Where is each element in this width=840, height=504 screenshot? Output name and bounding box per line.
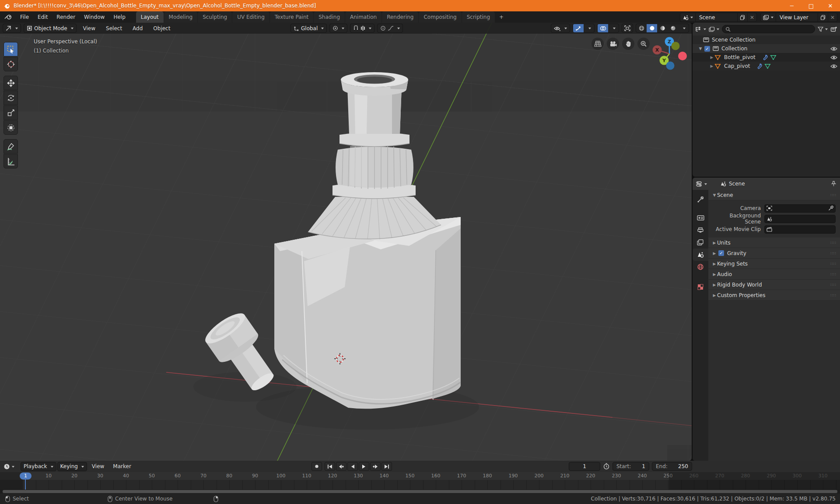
view-layer-copy-button[interactable] [818, 13, 828, 21]
overlays-dropdown[interactable] [608, 24, 619, 32]
tab-sculpting[interactable]: Sculpting [198, 11, 232, 23]
tab-uv-editing[interactable]: UV Editing [232, 11, 270, 23]
timeline-editor-type-button[interactable] [4, 463, 14, 470]
outliner-row-collection[interactable]: ▼ ✓ Collection [693, 44, 840, 53]
menu-file[interactable]: File [16, 11, 33, 23]
outliner-row-cap-pivot[interactable]: ▶ Cap_pivot [693, 62, 840, 70]
panel-rigid-body-world[interactable]: ▶ Rigid Body World ∷∷ [708, 280, 840, 290]
tool-measure[interactable] [4, 154, 18, 168]
expand-icon[interactable]: ▶ [709, 64, 714, 68]
hide-eye-icon[interactable] [830, 46, 837, 51]
panel-drag-hand[interactable]: ∷∷ [831, 193, 836, 197]
timeline-scrollbar[interactable] [3, 490, 837, 493]
proportional-editing-icon[interactable] [380, 25, 386, 31]
maximize-button[interactable]: □ [802, 0, 821, 11]
gizmo-neg-x-axis[interactable] [678, 52, 687, 60]
toggle-perspective-button[interactable] [592, 38, 604, 50]
viewport-3d[interactable]: Object Mode View Select Add Object Globa… [0, 23, 692, 461]
view-layer-remove-button[interactable]: ✕ [828, 13, 837, 21]
scene-unlink-button[interactable]: ✕ [748, 13, 756, 21]
record-button[interactable] [312, 462, 322, 471]
tool-move[interactable] [4, 76, 18, 90]
panel-drag-handle[interactable]: ∷∷ [831, 241, 836, 245]
outliner-display-mode-dropdown[interactable] [695, 26, 706, 32]
outliner-filter-dropdown[interactable] [818, 27, 828, 32]
playback-menu[interactable]: Playback [21, 462, 56, 471]
tab-output[interactable] [693, 224, 708, 236]
viewport-menu-select[interactable]: Select [102, 25, 126, 32]
camera-field[interactable] [764, 204, 836, 213]
new-collection-button[interactable] [830, 26, 837, 32]
tab-compositing[interactable]: Compositing [419, 11, 461, 23]
shading-material-button[interactable] [657, 24, 668, 32]
tool-transform[interactable] [4, 120, 18, 135]
hide-eye-icon[interactable] [830, 64, 837, 69]
axis-gizmo[interactable]: Z X Y [650, 35, 690, 75]
current-frame-field[interactable]: 1 [569, 462, 600, 471]
show-overlays-toggle[interactable] [598, 24, 608, 32]
view-layer-name[interactable]: View Layer [776, 13, 818, 21]
viewport-menu-add[interactable]: Add [129, 25, 147, 32]
tool-scale[interactable] [4, 105, 18, 120]
viewport-menu-object[interactable]: Object [149, 25, 174, 32]
gravity-checkbox[interactable]: ✓ [718, 250, 724, 256]
eyedropper-icon[interactable] [828, 206, 833, 211]
close-button[interactable]: ✕ [821, 0, 840, 11]
outliner-row-bottle-pivot[interactable]: ▶ Bottle_pivot [693, 53, 840, 62]
menu-edit[interactable]: Edit [33, 11, 52, 23]
viewport-menu-view[interactable]: View [79, 25, 99, 32]
tab-scripting[interactable]: Scripting [462, 11, 495, 23]
object-visibility-dropdown[interactable] [551, 24, 570, 33]
editor-type-button[interactable] [3, 24, 21, 33]
panel-drag-handle[interactable]: ∷∷ [831, 293, 836, 298]
app-menu-icon[interactable] [0, 14, 16, 20]
tool-rotate[interactable] [4, 91, 18, 105]
pin-button[interactable] [831, 181, 836, 187]
active-movie-clip-field[interactable] [764, 225, 836, 234]
timeline-menu-view[interactable]: View [88, 463, 108, 469]
add-workspace-button[interactable]: + [495, 11, 508, 23]
shading-wireframe-button[interactable] [636, 24, 647, 32]
hide-eye-icon[interactable] [830, 55, 837, 60]
tab-rendering[interactable]: Rendering [382, 11, 418, 23]
scene-name[interactable]: Scene [696, 13, 738, 21]
jump-to-end-button[interactable] [382, 462, 392, 471]
show-gizmo-toggle[interactable] [573, 24, 584, 32]
keying-menu[interactable]: Keying [57, 462, 87, 471]
panel-custom-properties[interactable]: ▶ Custom Properties ∷∷ [708, 290, 840, 301]
timeline-menu-marker[interactable]: Marker [109, 463, 135, 469]
scene-browse-button[interactable] [680, 13, 696, 21]
panel-drag-handle[interactable]: ∷∷ [831, 251, 836, 256]
tool-annotate[interactable] [4, 139, 18, 154]
transform-orientation-dropdown[interactable]: Global [290, 24, 327, 33]
outliner-search-input[interactable] [722, 25, 815, 33]
tab-texture-paint[interactable]: Texture Paint [270, 11, 313, 23]
menu-help[interactable]: Help [109, 11, 130, 23]
shading-rendered-button[interactable] [668, 24, 678, 32]
shading-dropdown[interactable] [678, 24, 689, 32]
tab-tool[interactable] [693, 193, 708, 206]
tool-cursor[interactable] [4, 57, 18, 71]
panel-units[interactable]: ▶ Units ∷∷ [708, 238, 840, 248]
auto-keying-button[interactable] [603, 463, 610, 470]
menu-render[interactable]: Render [52, 11, 80, 23]
collection-checkbox[interactable]: ✓ [704, 46, 710, 52]
gizmo-dropdown[interactable] [584, 24, 594, 32]
next-keyframe-button[interactable] [370, 462, 381, 471]
scene-copy-button[interactable] [738, 13, 748, 21]
tab-animation[interactable]: Animation [345, 11, 382, 23]
mode-dropdown[interactable]: Object Mode [24, 24, 77, 33]
tab-render[interactable] [693, 212, 708, 224]
panel-keying-sets[interactable]: ▶ Keying Sets ∷∷ [708, 259, 840, 269]
falloff-curve-icon[interactable] [388, 25, 394, 31]
panel-drag-handle[interactable]: ∷∷ [831, 262, 836, 266]
snap-target-icon[interactable] [360, 25, 365, 31]
menu-window[interactable]: Window [80, 11, 109, 23]
zoom-view-button[interactable] [637, 38, 650, 50]
tab-layout[interactable]: Layout [136, 11, 164, 23]
panel-gravity[interactable]: ▶ ✓ Gravity ∷∷ [708, 248, 840, 259]
playhead[interactable]: 1 [20, 472, 32, 480]
tab-texture[interactable] [693, 281, 708, 293]
tab-shading[interactable]: Shading [314, 11, 345, 23]
outliner-filter-scope-dropdown[interactable] [709, 27, 719, 32]
